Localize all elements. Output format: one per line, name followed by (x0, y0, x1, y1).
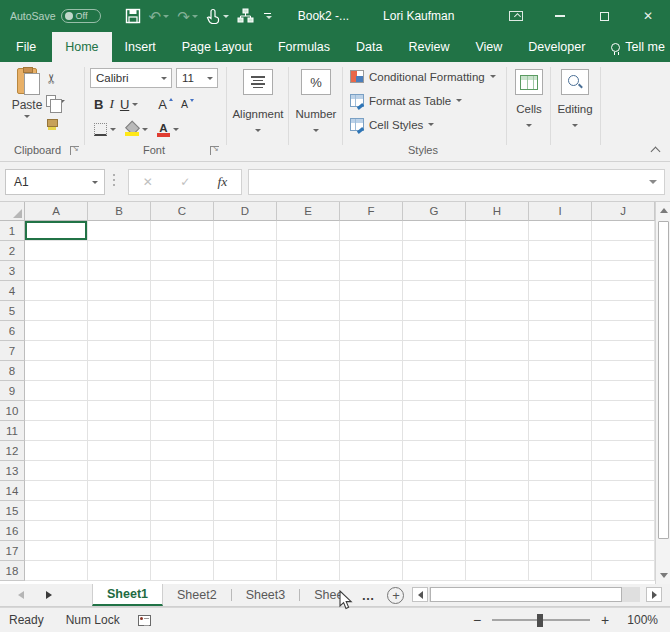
cell-D2[interactable] (214, 241, 277, 261)
zoom-slider[interactable] (492, 619, 590, 621)
name-box[interactable]: A1 (5, 169, 105, 195)
number-group-button[interactable]: % Number (290, 62, 342, 161)
row-header-18[interactable]: 18 (0, 561, 25, 581)
cell-I3[interactable] (529, 261, 592, 281)
cell-F13[interactable] (340, 461, 403, 481)
cell-E17[interactable] (277, 541, 340, 561)
cell-F8[interactable] (340, 361, 403, 381)
cell-D11[interactable] (214, 421, 277, 441)
row-header-4[interactable]: 4 (0, 281, 25, 301)
cell-A13[interactable] (25, 461, 88, 481)
cell-B8[interactable] (88, 361, 151, 381)
cell-A18[interactable] (25, 561, 88, 581)
redo-dropdown-icon[interactable] (192, 15, 198, 18)
cell-E8[interactable] (277, 361, 340, 381)
alignment-dropdown-icon[interactable] (255, 129, 261, 132)
cell-A14[interactable] (25, 481, 88, 501)
cell-A17[interactable] (25, 541, 88, 561)
cell-D5[interactable] (214, 301, 277, 321)
cell-A15[interactable] (25, 501, 88, 521)
cell-H17[interactable] (466, 541, 529, 561)
cell-F7[interactable] (340, 341, 403, 361)
cell-C13[interactable] (151, 461, 214, 481)
cell-C7[interactable] (151, 341, 214, 361)
insert-function-button[interactable]: fx (218, 174, 228, 190)
cell-I8[interactable] (529, 361, 592, 381)
vertical-scrollbar[interactable] (655, 202, 670, 584)
editing-dropdown-icon[interactable] (572, 124, 578, 127)
cell-I14[interactable] (529, 481, 592, 501)
row-header-12[interactable]: 12 (0, 441, 25, 461)
cell-B6[interactable] (88, 321, 151, 341)
cell-I1[interactable] (529, 221, 592, 241)
restore-button[interactable] (582, 0, 626, 32)
cell-J6[interactable] (592, 321, 655, 341)
cell-C3[interactable] (151, 261, 214, 281)
cell-H3[interactable] (466, 261, 529, 281)
format-as-table-button[interactable]: Format as Table (350, 94, 462, 107)
cell-B13[interactable] (88, 461, 151, 481)
cell-E6[interactable] (277, 321, 340, 341)
cell-B10[interactable] (88, 401, 151, 421)
cell-E1[interactable] (277, 221, 340, 241)
macro-record-icon[interactable] (138, 615, 151, 626)
cell-E14[interactable] (277, 481, 340, 501)
cell-D14[interactable] (214, 481, 277, 501)
cell-E11[interactable] (277, 421, 340, 441)
cell-C6[interactable] (151, 321, 214, 341)
row-header-7[interactable]: 7 (0, 341, 25, 361)
editing-group-button[interactable]: Editing (551, 62, 599, 161)
cell-D16[interactable] (214, 521, 277, 541)
cell-E4[interactable] (277, 281, 340, 301)
row-header-3[interactable]: 3 (0, 261, 25, 281)
cell-J7[interactable] (592, 341, 655, 361)
cell-G9[interactable] (403, 381, 466, 401)
cell-J3[interactable] (592, 261, 655, 281)
column-header-a[interactable]: A (25, 202, 88, 221)
column-header-b[interactable]: B (88, 202, 151, 221)
zoom-in-button[interactable]: + (599, 612, 611, 628)
name-box-dropdown-icon[interactable] (92, 181, 98, 184)
cell-D10[interactable] (214, 401, 277, 421)
cell-B3[interactable] (88, 261, 151, 281)
italic-button[interactable]: I (109, 96, 114, 112)
tab-formulas[interactable]: Formulas (265, 32, 343, 62)
cell-G5[interactable] (403, 301, 466, 321)
row-header-9[interactable]: 9 (0, 381, 25, 401)
cell-I7[interactable] (529, 341, 592, 361)
cell-I4[interactable] (529, 281, 592, 301)
cell-H9[interactable] (466, 381, 529, 401)
cell-H13[interactable] (466, 461, 529, 481)
cell-J17[interactable] (592, 541, 655, 561)
cell-E16[interactable] (277, 521, 340, 541)
font-color-dropdown-icon[interactable] (173, 128, 179, 131)
cell-F5[interactable] (340, 301, 403, 321)
cell-B16[interactable] (88, 521, 151, 541)
cell-J4[interactable] (592, 281, 655, 301)
cell-C16[interactable] (151, 521, 214, 541)
row-header-8[interactable]: 8 (0, 361, 25, 381)
cell-A11[interactable] (25, 421, 88, 441)
touch-mode-button[interactable] (204, 5, 231, 27)
customize-qat-button[interactable] (264, 13, 272, 20)
increase-font-size-button[interactable]: A (158, 97, 167, 112)
row-header-2[interactable]: 2 (0, 241, 25, 261)
cell-I13[interactable] (529, 461, 592, 481)
tab-developer[interactable]: Developer (515, 32, 598, 62)
cell-H18[interactable] (466, 561, 529, 581)
minimize-button[interactable] (538, 0, 582, 32)
font-family-dropdown-icon[interactable] (161, 77, 167, 80)
cell-I16[interactable] (529, 521, 592, 541)
cell-J5[interactable] (592, 301, 655, 321)
cell-H7[interactable] (466, 341, 529, 361)
formula-bar-splitter[interactable] (113, 174, 115, 186)
cell-D6[interactable] (214, 321, 277, 341)
new-sheet-button[interactable]: + (387, 587, 404, 604)
sheet-tab-sheet1[interactable]: Sheet1 (92, 584, 163, 606)
cell-B17[interactable] (88, 541, 151, 561)
cell-J16[interactable] (592, 521, 655, 541)
cell-B1[interactable] (88, 221, 151, 241)
row-header-15[interactable]: 15 (0, 501, 25, 521)
cell-H6[interactable] (466, 321, 529, 341)
cell-I17[interactable] (529, 541, 592, 561)
